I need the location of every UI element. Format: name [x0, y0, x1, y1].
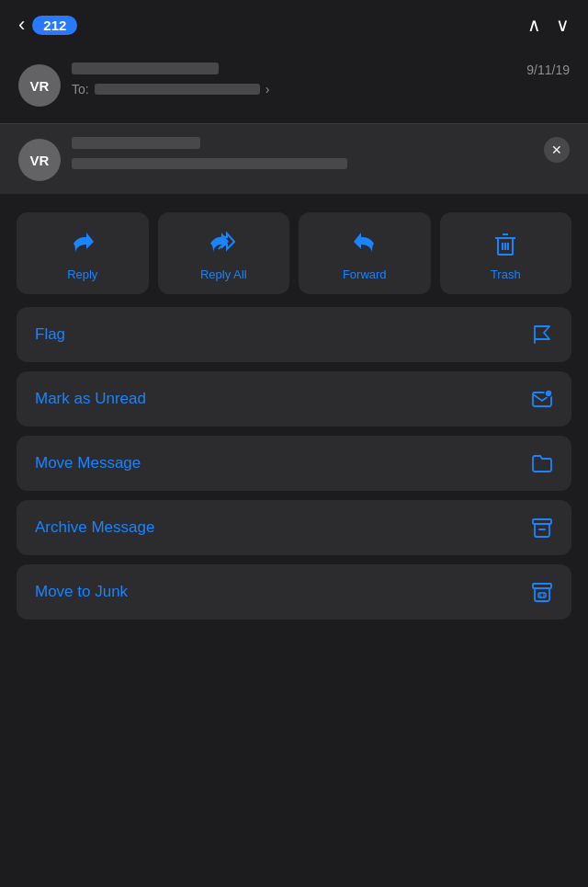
archive-icon [531, 517, 553, 539]
nav-left: ‹ 212 [18, 13, 77, 37]
trash-icon [491, 229, 520, 258]
move-to-junk-button[interactable]: Move to Junk [17, 564, 571, 620]
forward-button[interactable]: Forward [299, 212, 431, 294]
to-label: To: [72, 82, 89, 97]
action-area: Reply Reply All Forward [0, 194, 588, 647]
email-to-row: To: › [72, 82, 526, 97]
back-button[interactable]: ‹ [18, 13, 25, 37]
flag-label: Flag [35, 325, 65, 344]
preview-subject-blurred [72, 158, 347, 169]
reply-button[interactable]: Reply [17, 212, 149, 294]
reply-all-icon [209, 229, 238, 258]
move-message-button[interactable]: Move Message [17, 436, 571, 491]
avatar: VR [18, 64, 61, 107]
to-chevron-icon[interactable]: › [266, 82, 270, 97]
close-button[interactable]: ✕ [544, 137, 570, 163]
mark-unread-label: Mark as Unread [35, 390, 146, 408]
mail-count-badge[interactable]: 212 [32, 16, 77, 35]
reply-all-button[interactable]: Reply All [158, 212, 290, 294]
svg-point-7 [545, 390, 552, 397]
email-header-right: 9/11/19 [526, 63, 570, 77]
email-info: To: › [72, 63, 526, 97]
reply-all-label: Reply All [200, 267, 247, 281]
archive-message-label: Archive Message [35, 518, 154, 537]
forward-icon [350, 229, 379, 258]
archive-message-button[interactable]: Archive Message [17, 500, 571, 555]
move-to-junk-label: Move to Junk [35, 583, 128, 601]
reply-label: Reply [67, 267, 97, 281]
nav-bar: ‹ 212 ∧ ∨ [0, 0, 588, 50]
email-to-value-blurred [95, 84, 260, 95]
nav-up-button[interactable]: ∧ [527, 14, 541, 36]
svg-rect-8 [533, 519, 551, 524]
close-icon: ✕ [551, 142, 562, 157]
folder-icon [531, 452, 553, 474]
preview-card: VR ✕ [0, 124, 588, 194]
mark-unread-icon [531, 388, 553, 410]
svg-rect-10 [533, 584, 551, 588]
nav-right: ∧ ∨ [527, 14, 570, 36]
forward-label: Forward [343, 267, 387, 281]
preview-sender-blurred [72, 137, 200, 149]
icon-buttons-row: Reply Reply All Forward [17, 212, 571, 294]
mark-unread-button[interactable]: Mark as Unread [17, 371, 571, 426]
flag-icon [531, 324, 553, 346]
reply-icon [68, 229, 97, 258]
move-message-label: Move Message [35, 454, 141, 472]
email-sender-blurred [72, 63, 219, 74]
junk-icon [531, 581, 553, 603]
flag-button[interactable]: Flag [17, 307, 571, 362]
preview-info [72, 137, 544, 169]
trash-button[interactable]: Trash [440, 212, 572, 294]
svg-rect-11 [538, 593, 546, 597]
preview-avatar: VR [18, 139, 61, 181]
email-header: VR To: › 9/11/19 [0, 50, 588, 123]
trash-label: Trash [491, 267, 521, 281]
nav-down-button[interactable]: ∨ [556, 14, 570, 36]
email-date: 9/11/19 [526, 63, 570, 77]
